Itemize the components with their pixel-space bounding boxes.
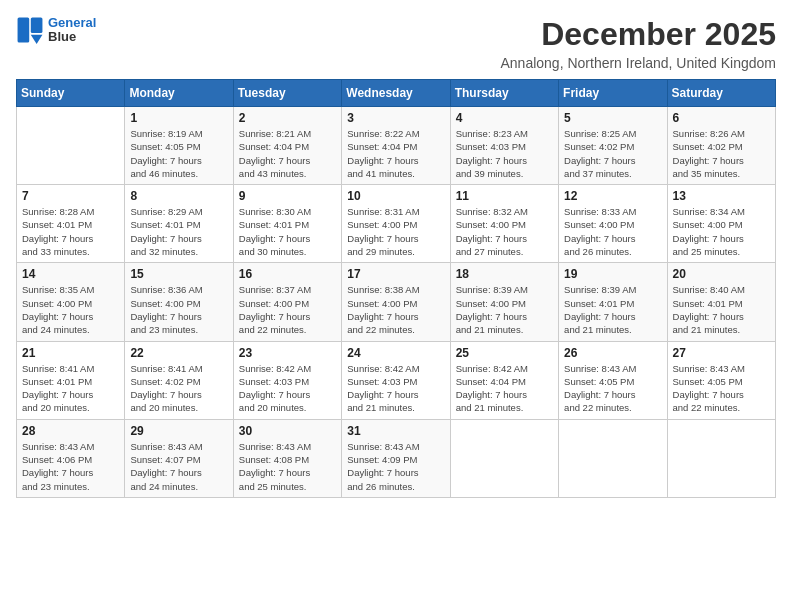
logo: General Blue xyxy=(16,16,96,45)
day-info: Sunrise: 8:28 AMSunset: 4:01 PMDaylight:… xyxy=(22,205,119,258)
day-number: 31 xyxy=(347,424,444,438)
day-info: Sunrise: 8:26 AMSunset: 4:02 PMDaylight:… xyxy=(673,127,770,180)
calendar-cell: 31Sunrise: 8:43 AMSunset: 4:09 PMDayligh… xyxy=(342,419,450,497)
day-info: Sunrise: 8:42 AMSunset: 4:03 PMDaylight:… xyxy=(239,362,336,415)
day-number: 21 xyxy=(22,346,119,360)
day-number: 18 xyxy=(456,267,553,281)
calendar-table: SundayMondayTuesdayWednesdayThursdayFrid… xyxy=(16,79,776,498)
day-number: 30 xyxy=(239,424,336,438)
day-info: Sunrise: 8:42 AMSunset: 4:03 PMDaylight:… xyxy=(347,362,444,415)
day-info: Sunrise: 8:33 AMSunset: 4:00 PMDaylight:… xyxy=(564,205,661,258)
calendar-body: 1Sunrise: 8:19 AMSunset: 4:05 PMDaylight… xyxy=(17,107,776,498)
day-number: 8 xyxy=(130,189,227,203)
calendar-week-2: 7Sunrise: 8:28 AMSunset: 4:01 PMDaylight… xyxy=(17,185,776,263)
day-number: 4 xyxy=(456,111,553,125)
day-number: 1 xyxy=(130,111,227,125)
calendar-cell: 25Sunrise: 8:42 AMSunset: 4:04 PMDayligh… xyxy=(450,341,558,419)
calendar-cell xyxy=(450,419,558,497)
logo-line2: Blue xyxy=(48,30,96,44)
day-number: 28 xyxy=(22,424,119,438)
logo-icon xyxy=(16,16,44,44)
location-subtitle: Annalong, Northern Ireland, United Kingd… xyxy=(500,55,776,71)
header-cell-tuesday: Tuesday xyxy=(233,80,341,107)
day-info: Sunrise: 8:36 AMSunset: 4:00 PMDaylight:… xyxy=(130,283,227,336)
day-number: 16 xyxy=(239,267,336,281)
calendar-cell: 1Sunrise: 8:19 AMSunset: 4:05 PMDaylight… xyxy=(125,107,233,185)
day-info: Sunrise: 8:21 AMSunset: 4:04 PMDaylight:… xyxy=(239,127,336,180)
day-number: 25 xyxy=(456,346,553,360)
day-number: 20 xyxy=(673,267,770,281)
day-info: Sunrise: 8:23 AMSunset: 4:03 PMDaylight:… xyxy=(456,127,553,180)
header-cell-friday: Friday xyxy=(559,80,667,107)
calendar-cell: 22Sunrise: 8:41 AMSunset: 4:02 PMDayligh… xyxy=(125,341,233,419)
day-info: Sunrise: 8:43 AMSunset: 4:06 PMDaylight:… xyxy=(22,440,119,493)
day-number: 17 xyxy=(347,267,444,281)
calendar-cell: 11Sunrise: 8:32 AMSunset: 4:00 PMDayligh… xyxy=(450,185,558,263)
svg-rect-1 xyxy=(18,18,30,43)
day-info: Sunrise: 8:43 AMSunset: 4:07 PMDaylight:… xyxy=(130,440,227,493)
day-number: 24 xyxy=(347,346,444,360)
day-info: Sunrise: 8:43 AMSunset: 4:05 PMDaylight:… xyxy=(564,362,661,415)
day-number: 3 xyxy=(347,111,444,125)
calendar-header: SundayMondayTuesdayWednesdayThursdayFrid… xyxy=(17,80,776,107)
calendar-cell: 24Sunrise: 8:42 AMSunset: 4:03 PMDayligh… xyxy=(342,341,450,419)
day-number: 10 xyxy=(347,189,444,203)
calendar-cell: 2Sunrise: 8:21 AMSunset: 4:04 PMDaylight… xyxy=(233,107,341,185)
day-number: 15 xyxy=(130,267,227,281)
calendar-cell: 19Sunrise: 8:39 AMSunset: 4:01 PMDayligh… xyxy=(559,263,667,341)
calendar-cell: 30Sunrise: 8:43 AMSunset: 4:08 PMDayligh… xyxy=(233,419,341,497)
day-info: Sunrise: 8:39 AMSunset: 4:00 PMDaylight:… xyxy=(456,283,553,336)
day-info: Sunrise: 8:42 AMSunset: 4:04 PMDaylight:… xyxy=(456,362,553,415)
calendar-cell xyxy=(667,419,775,497)
day-number: 11 xyxy=(456,189,553,203)
calendar-cell: 27Sunrise: 8:43 AMSunset: 4:05 PMDayligh… xyxy=(667,341,775,419)
header-cell-sunday: Sunday xyxy=(17,80,125,107)
day-info: Sunrise: 8:25 AMSunset: 4:02 PMDaylight:… xyxy=(564,127,661,180)
calendar-week-3: 14Sunrise: 8:35 AMSunset: 4:00 PMDayligh… xyxy=(17,263,776,341)
calendar-cell: 28Sunrise: 8:43 AMSunset: 4:06 PMDayligh… xyxy=(17,419,125,497)
calendar-cell: 14Sunrise: 8:35 AMSunset: 4:00 PMDayligh… xyxy=(17,263,125,341)
day-number: 9 xyxy=(239,189,336,203)
header-row: SundayMondayTuesdayWednesdayThursdayFrid… xyxy=(17,80,776,107)
calendar-cell: 4Sunrise: 8:23 AMSunset: 4:03 PMDaylight… xyxy=(450,107,558,185)
logo-line1: General xyxy=(48,15,96,30)
calendar-cell xyxy=(559,419,667,497)
calendar-cell: 5Sunrise: 8:25 AMSunset: 4:02 PMDaylight… xyxy=(559,107,667,185)
day-number: 6 xyxy=(673,111,770,125)
header-cell-thursday: Thursday xyxy=(450,80,558,107)
day-number: 29 xyxy=(130,424,227,438)
day-number: 5 xyxy=(564,111,661,125)
day-number: 23 xyxy=(239,346,336,360)
page-header: General Blue December 2025 Annalong, Nor… xyxy=(16,16,776,71)
day-info: Sunrise: 8:43 AMSunset: 4:08 PMDaylight:… xyxy=(239,440,336,493)
header-cell-monday: Monday xyxy=(125,80,233,107)
day-number: 22 xyxy=(130,346,227,360)
calendar-cell: 6Sunrise: 8:26 AMSunset: 4:02 PMDaylight… xyxy=(667,107,775,185)
day-number: 12 xyxy=(564,189,661,203)
day-info: Sunrise: 8:40 AMSunset: 4:01 PMDaylight:… xyxy=(673,283,770,336)
day-info: Sunrise: 8:34 AMSunset: 4:00 PMDaylight:… xyxy=(673,205,770,258)
calendar-cell: 7Sunrise: 8:28 AMSunset: 4:01 PMDaylight… xyxy=(17,185,125,263)
calendar-cell: 12Sunrise: 8:33 AMSunset: 4:00 PMDayligh… xyxy=(559,185,667,263)
calendar-week-1: 1Sunrise: 8:19 AMSunset: 4:05 PMDaylight… xyxy=(17,107,776,185)
calendar-cell: 23Sunrise: 8:42 AMSunset: 4:03 PMDayligh… xyxy=(233,341,341,419)
calendar-cell: 15Sunrise: 8:36 AMSunset: 4:00 PMDayligh… xyxy=(125,263,233,341)
day-number: 26 xyxy=(564,346,661,360)
calendar-cell: 29Sunrise: 8:43 AMSunset: 4:07 PMDayligh… xyxy=(125,419,233,497)
calendar-cell: 18Sunrise: 8:39 AMSunset: 4:00 PMDayligh… xyxy=(450,263,558,341)
title-section: December 2025 Annalong, Northern Ireland… xyxy=(500,16,776,71)
logo-text: General Blue xyxy=(48,16,96,45)
day-info: Sunrise: 8:38 AMSunset: 4:00 PMDaylight:… xyxy=(347,283,444,336)
day-info: Sunrise: 8:43 AMSunset: 4:05 PMDaylight:… xyxy=(673,362,770,415)
calendar-cell: 3Sunrise: 8:22 AMSunset: 4:04 PMDaylight… xyxy=(342,107,450,185)
day-info: Sunrise: 8:22 AMSunset: 4:04 PMDaylight:… xyxy=(347,127,444,180)
calendar-cell: 26Sunrise: 8:43 AMSunset: 4:05 PMDayligh… xyxy=(559,341,667,419)
calendar-cell: 13Sunrise: 8:34 AMSunset: 4:00 PMDayligh… xyxy=(667,185,775,263)
day-info: Sunrise: 8:39 AMSunset: 4:01 PMDaylight:… xyxy=(564,283,661,336)
header-cell-saturday: Saturday xyxy=(667,80,775,107)
day-info: Sunrise: 8:30 AMSunset: 4:01 PMDaylight:… xyxy=(239,205,336,258)
day-info: Sunrise: 8:32 AMSunset: 4:00 PMDaylight:… xyxy=(456,205,553,258)
calendar-cell xyxy=(17,107,125,185)
day-info: Sunrise: 8:29 AMSunset: 4:01 PMDaylight:… xyxy=(130,205,227,258)
day-info: Sunrise: 8:19 AMSunset: 4:05 PMDaylight:… xyxy=(130,127,227,180)
